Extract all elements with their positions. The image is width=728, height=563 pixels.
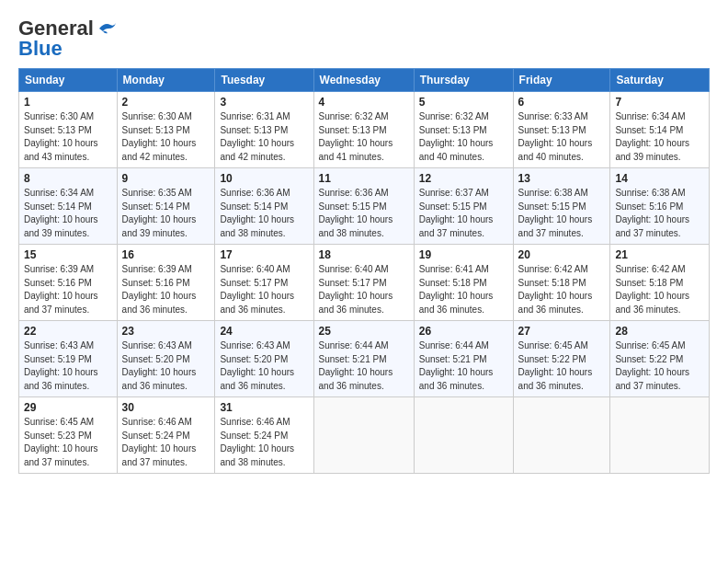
day-info: Sunrise: 6:33 AMSunset: 5:13 PMDaylight:… bbox=[518, 111, 593, 162]
day-cell: 21 Sunrise: 6:42 AMSunset: 5:18 PMDaylig… bbox=[610, 245, 710, 321]
day-cell: 3 Sunrise: 6:31 AMSunset: 5:13 PMDayligh… bbox=[215, 92, 313, 168]
day-number: 8 bbox=[24, 172, 112, 185]
logo-blue: Blue bbox=[18, 37, 63, 61]
day-cell: 6 Sunrise: 6:33 AMSunset: 5:13 PMDayligh… bbox=[513, 92, 610, 168]
day-number: 20 bbox=[518, 248, 606, 261]
header-cell-sunday: Sunday bbox=[19, 69, 118, 92]
header-row: SundayMondayTuesdayWednesdayThursdayFrid… bbox=[19, 69, 710, 92]
day-info: Sunrise: 6:34 AMSunset: 5:14 PMDaylight:… bbox=[615, 111, 689, 162]
day-info: Sunrise: 6:40 AMSunset: 5:17 PMDaylight:… bbox=[220, 264, 294, 315]
day-cell: 27 Sunrise: 6:45 AMSunset: 5:22 PMDaylig… bbox=[513, 321, 610, 397]
day-cell: 22 Sunrise: 6:43 AMSunset: 5:19 PMDaylig… bbox=[19, 321, 118, 397]
day-cell: 14 Sunrise: 6:38 AMSunset: 5:16 PMDaylig… bbox=[610, 168, 710, 245]
day-info: Sunrise: 6:32 AMSunset: 5:13 PMDaylight:… bbox=[419, 111, 494, 162]
day-info: Sunrise: 6:30 AMSunset: 5:13 PMDaylight:… bbox=[122, 111, 197, 162]
day-cell bbox=[610, 397, 710, 474]
week-row-5: 29 Sunrise: 6:45 AMSunset: 5:23 PMDaylig… bbox=[19, 397, 710, 474]
day-info: Sunrise: 6:43 AMSunset: 5:20 PMDaylight:… bbox=[122, 340, 197, 391]
day-cell: 16 Sunrise: 6:39 AMSunset: 5:16 PMDaylig… bbox=[117, 245, 215, 321]
day-info: Sunrise: 6:32 AMSunset: 5:13 PMDaylight:… bbox=[319, 111, 393, 162]
header-cell-wednesday: Wednesday bbox=[313, 69, 414, 92]
day-cell: 2 Sunrise: 6:30 AMSunset: 5:13 PMDayligh… bbox=[117, 92, 215, 168]
day-cell: 4 Sunrise: 6:32 AMSunset: 5:13 PMDayligh… bbox=[313, 92, 414, 168]
header-cell-monday: Monday bbox=[117, 69, 215, 92]
day-number: 21 bbox=[615, 248, 704, 261]
day-info: Sunrise: 6:42 AMSunset: 5:18 PMDaylight:… bbox=[518, 264, 593, 315]
day-cell: 7 Sunrise: 6:34 AMSunset: 5:14 PMDayligh… bbox=[610, 92, 710, 168]
day-cell: 1 Sunrise: 6:30 AMSunset: 5:13 PMDayligh… bbox=[19, 92, 118, 168]
logo: General Blue bbox=[18, 17, 118, 61]
day-info: Sunrise: 6:45 AMSunset: 5:23 PMDaylight:… bbox=[24, 417, 98, 467]
day-info: Sunrise: 6:35 AMSunset: 5:14 PMDaylight:… bbox=[122, 188, 197, 238]
day-cell: 23 Sunrise: 6:43 AMSunset: 5:20 PMDaylig… bbox=[117, 321, 215, 397]
day-number: 3 bbox=[220, 96, 308, 109]
day-cell: 30 Sunrise: 6:46 AMSunset: 5:24 PMDaylig… bbox=[117, 397, 215, 474]
day-number: 23 bbox=[122, 325, 210, 338]
day-number: 10 bbox=[220, 172, 308, 185]
day-number: 26 bbox=[419, 325, 508, 338]
day-info: Sunrise: 6:45 AMSunset: 5:22 PMDaylight:… bbox=[518, 340, 593, 391]
day-number: 11 bbox=[319, 172, 409, 185]
header-cell-thursday: Thursday bbox=[414, 69, 513, 92]
day-info: Sunrise: 6:43 AMSunset: 5:19 PMDaylight:… bbox=[24, 340, 98, 391]
day-info: Sunrise: 6:44 AMSunset: 5:21 PMDaylight:… bbox=[319, 340, 393, 391]
day-number: 6 bbox=[518, 96, 606, 109]
day-info: Sunrise: 6:38 AMSunset: 5:15 PMDaylight:… bbox=[518, 188, 593, 238]
day-info: Sunrise: 6:42 AMSunset: 5:18 PMDaylight:… bbox=[615, 264, 689, 315]
day-number: 12 bbox=[419, 172, 508, 185]
header-cell-saturday: Saturday bbox=[610, 69, 710, 92]
day-cell: 19 Sunrise: 6:41 AMSunset: 5:18 PMDaylig… bbox=[414, 245, 513, 321]
day-cell: 10 Sunrise: 6:36 AMSunset: 5:14 PMDaylig… bbox=[215, 168, 313, 245]
day-info: Sunrise: 6:44 AMSunset: 5:21 PMDaylight:… bbox=[419, 340, 494, 391]
day-number: 5 bbox=[419, 96, 508, 109]
day-info: Sunrise: 6:31 AMSunset: 5:13 PMDaylight:… bbox=[220, 111, 294, 162]
day-info: Sunrise: 6:37 AMSunset: 5:15 PMDaylight:… bbox=[419, 188, 494, 238]
day-number: 14 bbox=[615, 172, 704, 185]
day-number: 31 bbox=[220, 401, 308, 414]
day-cell: 31 Sunrise: 6:46 AMSunset: 5:24 PMDaylig… bbox=[215, 397, 313, 474]
day-number: 24 bbox=[220, 325, 308, 338]
day-info: Sunrise: 6:45 AMSunset: 5:22 PMDaylight:… bbox=[615, 340, 689, 391]
day-number: 22 bbox=[24, 325, 112, 338]
day-info: Sunrise: 6:30 AMSunset: 5:13 PMDaylight:… bbox=[24, 111, 98, 162]
day-info: Sunrise: 6:39 AMSunset: 5:16 PMDaylight:… bbox=[24, 264, 98, 315]
day-number: 28 bbox=[615, 325, 704, 338]
day-info: Sunrise: 6:41 AMSunset: 5:18 PMDaylight:… bbox=[419, 264, 494, 315]
day-info: Sunrise: 6:40 AMSunset: 5:17 PMDaylight:… bbox=[319, 264, 393, 315]
day-cell: 26 Sunrise: 6:44 AMSunset: 5:21 PMDaylig… bbox=[414, 321, 513, 397]
day-cell: 18 Sunrise: 6:40 AMSunset: 5:17 PMDaylig… bbox=[313, 245, 414, 321]
day-cell: 5 Sunrise: 6:32 AMSunset: 5:13 PMDayligh… bbox=[414, 92, 513, 168]
day-cell: 24 Sunrise: 6:43 AMSunset: 5:20 PMDaylig… bbox=[215, 321, 313, 397]
day-cell: 28 Sunrise: 6:45 AMSunset: 5:22 PMDaylig… bbox=[610, 321, 710, 397]
calendar: SundayMondayTuesdayWednesdayThursdayFrid… bbox=[18, 68, 710, 474]
day-number: 13 bbox=[518, 172, 606, 185]
day-number: 15 bbox=[24, 248, 112, 261]
day-number: 29 bbox=[24, 401, 112, 414]
week-row-4: 22 Sunrise: 6:43 AMSunset: 5:19 PMDaylig… bbox=[19, 321, 710, 397]
week-row-3: 15 Sunrise: 6:39 AMSunset: 5:16 PMDaylig… bbox=[19, 245, 710, 321]
day-number: 27 bbox=[518, 325, 606, 338]
day-cell bbox=[313, 397, 414, 474]
day-number: 9 bbox=[122, 172, 210, 185]
day-cell: 13 Sunrise: 6:38 AMSunset: 5:15 PMDaylig… bbox=[513, 168, 610, 245]
day-info: Sunrise: 6:46 AMSunset: 5:24 PMDaylight:… bbox=[122, 417, 197, 467]
week-row-1: 1 Sunrise: 6:30 AMSunset: 5:13 PMDayligh… bbox=[19, 92, 710, 168]
day-number: 19 bbox=[419, 248, 508, 261]
day-info: Sunrise: 6:34 AMSunset: 5:14 PMDaylight:… bbox=[24, 188, 98, 238]
day-cell: 12 Sunrise: 6:37 AMSunset: 5:15 PMDaylig… bbox=[414, 168, 513, 245]
day-info: Sunrise: 6:36 AMSunset: 5:14 PMDaylight:… bbox=[220, 188, 294, 238]
day-info: Sunrise: 6:39 AMSunset: 5:16 PMDaylight:… bbox=[122, 264, 197, 315]
day-cell: 29 Sunrise: 6:45 AMSunset: 5:23 PMDaylig… bbox=[19, 397, 118, 474]
day-cell: 15 Sunrise: 6:39 AMSunset: 5:16 PMDaylig… bbox=[19, 245, 118, 321]
day-cell: 25 Sunrise: 6:44 AMSunset: 5:21 PMDaylig… bbox=[313, 321, 414, 397]
day-cell: 17 Sunrise: 6:40 AMSunset: 5:17 PMDaylig… bbox=[215, 245, 313, 321]
header-cell-tuesday: Tuesday bbox=[215, 69, 313, 92]
day-cell: 8 Sunrise: 6:34 AMSunset: 5:14 PMDayligh… bbox=[19, 168, 118, 245]
calendar-header: SundayMondayTuesdayWednesdayThursdayFrid… bbox=[19, 69, 710, 92]
day-number: 30 bbox=[122, 401, 210, 414]
day-info: Sunrise: 6:43 AMSunset: 5:20 PMDaylight:… bbox=[220, 340, 294, 391]
day-number: 17 bbox=[220, 248, 308, 261]
day-number: 2 bbox=[122, 96, 210, 109]
header: General Blue bbox=[18, 17, 710, 61]
day-cell: 11 Sunrise: 6:36 AMSunset: 5:15 PMDaylig… bbox=[313, 168, 414, 245]
